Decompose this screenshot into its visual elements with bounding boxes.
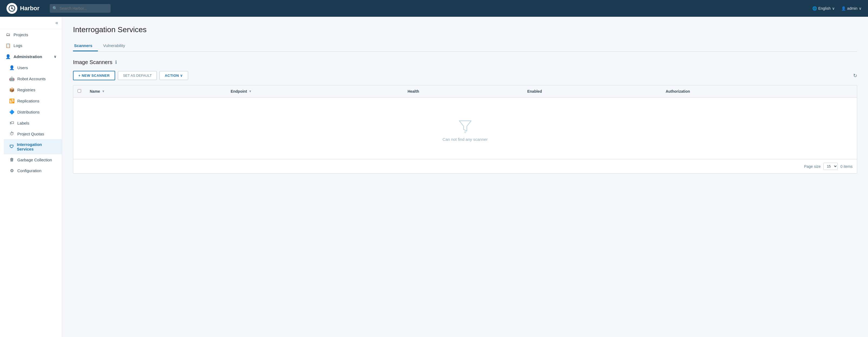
sidebar-item-project-quotas[interactable]: ⏱ Project Quotas bbox=[4, 128, 62, 139]
distributions-icon: 🔷 bbox=[9, 110, 14, 115]
lang-chevron-icon: ∨ bbox=[832, 6, 835, 10]
col-name: Name ▼ bbox=[86, 85, 226, 97]
sidebar-item-registries[interactable]: 📦 Registries bbox=[4, 84, 62, 95]
language-selector[interactable]: 🌐 English ∨ bbox=[812, 6, 835, 10]
scanner-toolbar: + NEW SCANNER SET AS DEFAULT ACTION ∨ ↻ bbox=[73, 71, 857, 80]
sidebar: « 🗂 Projects 📋 Logs 👤 Administration ∨ 👤… bbox=[0, 17, 62, 337]
sidebar-label-robot-accounts: Robot Accounts bbox=[17, 76, 46, 81]
image-scanners-title: Image Scanners bbox=[73, 59, 113, 65]
col-authorization: Authorization bbox=[661, 85, 857, 97]
col-endpoint: Endpoint ▼ bbox=[226, 85, 403, 97]
scanners-table: Name ▼ Endpoint ▼ Health bbox=[73, 85, 857, 159]
name-filter-icon[interactable]: ▼ bbox=[102, 89, 105, 93]
sidebar-label-garbage-collection: Garbage Collection bbox=[17, 158, 52, 162]
col-health: Health bbox=[403, 85, 523, 97]
info-icon[interactable]: ℹ bbox=[115, 59, 117, 65]
page-size-label: Page size bbox=[804, 164, 820, 168]
administration-chevron-icon: ∨ bbox=[54, 55, 57, 59]
sidebar-label-distributions: Distributions bbox=[17, 110, 40, 114]
endpoint-filter-icon[interactable]: ▼ bbox=[249, 89, 252, 93]
administration-icon: 👤 bbox=[5, 54, 11, 59]
sidebar-item-configuration[interactable]: ⚙ Configuration bbox=[4, 165, 62, 176]
sidebar-label-administration: Administration bbox=[13, 54, 42, 59]
empty-funnel-icon bbox=[457, 118, 473, 134]
sidebar-label-projects: Projects bbox=[13, 32, 28, 37]
col-enabled: Enabled bbox=[523, 85, 661, 97]
action-chevron-icon: ∨ bbox=[180, 73, 183, 78]
sidebar-label-project-quotas: Project Quotas bbox=[17, 132, 44, 136]
refresh-button[interactable]: ↻ bbox=[853, 73, 857, 79]
tabs-bar: Scanners Vulnerability bbox=[73, 40, 857, 52]
app-logo[interactable]: Harbor bbox=[6, 3, 44, 14]
replications-icon: 🔁 bbox=[9, 98, 14, 103]
logs-icon: 📋 bbox=[5, 43, 11, 48]
sidebar-label-replications: Replications bbox=[17, 99, 39, 103]
svg-point-2 bbox=[464, 131, 466, 133]
sidebar-item-logs[interactable]: 📋 Logs bbox=[0, 40, 62, 51]
sidebar-item-labels[interactable]: 🏷 Labels bbox=[4, 118, 62, 128]
sidebar-label-configuration: Configuration bbox=[17, 168, 41, 173]
sidebar-item-projects[interactable]: 🗂 Projects bbox=[0, 29, 62, 40]
sidebar-item-garbage-collection[interactable]: 🗑 Garbage Collection bbox=[4, 154, 62, 165]
app-name: Harbor bbox=[20, 5, 39, 12]
sidebar-label-labels: Labels bbox=[17, 121, 29, 125]
main-content: Interrogation Services Scanners Vulnerab… bbox=[62, 17, 868, 337]
search-icon: 🔍 bbox=[53, 6, 58, 11]
sidebar-item-replications[interactable]: 🔁 Replications bbox=[4, 95, 62, 106]
sidebar-administration-section[interactable]: 👤 Administration ∨ bbox=[0, 51, 62, 62]
search-input[interactable] bbox=[50, 4, 111, 13]
tab-vulnerability[interactable]: Vulnerability bbox=[102, 40, 130, 51]
page-title: Interrogation Services bbox=[73, 25, 857, 34]
sidebar-label-users: Users bbox=[17, 65, 28, 70]
user-chevron-icon: ∨ bbox=[859, 6, 862, 10]
app-layout: « 🗂 Projects 📋 Logs 👤 Administration ∨ 👤… bbox=[0, 17, 868, 337]
svg-point-1 bbox=[11, 8, 13, 9]
logo-icon bbox=[6, 3, 17, 14]
sidebar-label-interrogation-services: Interrogation Services bbox=[17, 142, 57, 151]
robot-accounts-icon: 🤖 bbox=[9, 76, 14, 81]
top-navigation: Harbor 🔍 🌐 English ∨ 👤 admin ∨ bbox=[0, 0, 868, 17]
sidebar-collapse-button[interactable]: « bbox=[55, 20, 58, 26]
empty-state-text: Can not find any scanner bbox=[442, 137, 488, 142]
action-label: ACTION bbox=[165, 73, 179, 78]
garbage-collection-icon: 🗑 bbox=[9, 157, 14, 162]
search-wrap: 🔍 bbox=[50, 4, 185, 13]
action-button[interactable]: ACTION ∨ bbox=[159, 71, 188, 80]
scanners-table-wrap: Name ▼ Endpoint ▼ Health bbox=[73, 85, 857, 174]
sidebar-item-interrogation-services[interactable]: 🛡 Interrogation Services bbox=[4, 139, 62, 154]
sidebar-admin-children: 👤 Users 🤖 Robot Accounts 📦 Registries 🔁 … bbox=[0, 62, 62, 176]
registries-icon: 📦 bbox=[9, 87, 14, 92]
project-quotas-icon: ⏱ bbox=[9, 131, 14, 136]
empty-state-row: Can not find any scanner bbox=[73, 97, 857, 159]
user-menu[interactable]: 👤 admin ∨ bbox=[841, 6, 862, 10]
users-icon: 👤 bbox=[9, 65, 14, 70]
items-count: 0 items bbox=[840, 164, 852, 168]
sidebar-item-distributions[interactable]: 🔷 Distributions bbox=[4, 106, 62, 118]
table-header-row: Name ▼ Endpoint ▼ Health bbox=[73, 85, 857, 97]
sidebar-label-logs: Logs bbox=[13, 43, 23, 48]
projects-icon: 🗂 bbox=[5, 32, 11, 37]
tab-scanners[interactable]: Scanners bbox=[73, 40, 98, 51]
image-scanners-section: Image Scanners ℹ bbox=[73, 59, 857, 65]
set-as-default-button[interactable]: SET AS DEFAULT bbox=[118, 71, 157, 80]
sidebar-item-robot-accounts[interactable]: 🤖 Robot Accounts bbox=[4, 73, 62, 84]
new-scanner-button[interactable]: + NEW SCANNER bbox=[73, 71, 115, 80]
labels-icon: 🏷 bbox=[9, 121, 14, 125]
empty-state: Can not find any scanner bbox=[78, 101, 852, 155]
sidebar-collapse-section: « bbox=[0, 17, 62, 29]
col-checkbox bbox=[73, 85, 86, 97]
empty-state-cell: Can not find any scanner bbox=[73, 97, 857, 159]
topnav-right: 🌐 English ∨ 👤 admin ∨ bbox=[812, 6, 862, 10]
configuration-icon: ⚙ bbox=[9, 168, 14, 173]
sidebar-label-registries: Registries bbox=[17, 88, 35, 92]
table-body: Can not find any scanner bbox=[73, 97, 857, 159]
sidebar-item-users[interactable]: 👤 Users bbox=[4, 62, 62, 73]
user-icon: 👤 bbox=[841, 6, 846, 10]
page-size-select[interactable]: 15 25 50 bbox=[824, 163, 838, 170]
pagination-bar: Page size 15 25 50 0 items bbox=[73, 159, 857, 173]
select-all-checkbox[interactable] bbox=[78, 89, 81, 93]
interrogation-services-icon: 🛡 bbox=[9, 144, 14, 149]
globe-icon: 🌐 bbox=[812, 6, 817, 10]
